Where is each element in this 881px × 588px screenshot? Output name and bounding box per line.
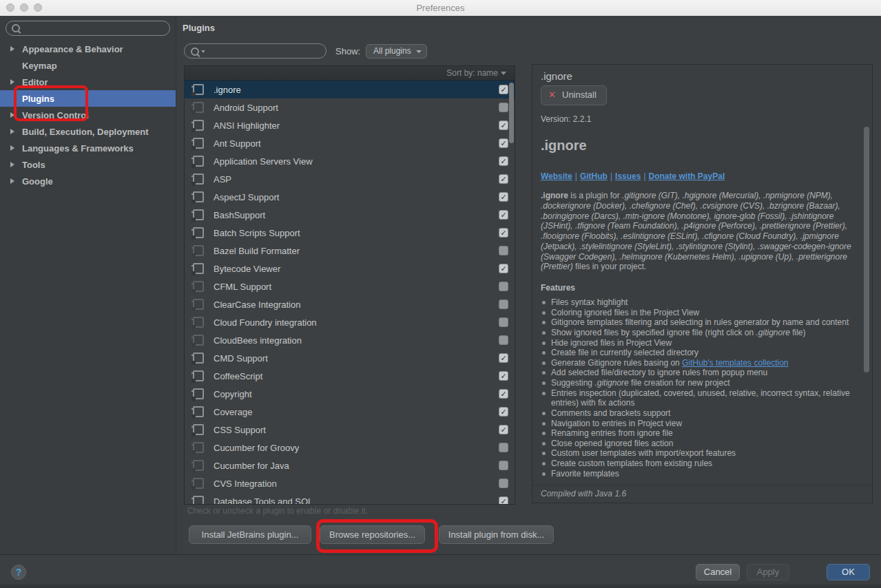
plugin-row-database-tools-and-sql[interactable]: Database Tools and SQL✓ (185, 492, 515, 505)
tree-collapsed-arrow-icon[interactable] (10, 79, 14, 85)
plugin-enabled-checkbox[interactable] (499, 103, 508, 112)
plugin-row-asp[interactable]: ASP✓ (185, 170, 515, 188)
search-options-arrow-icon[interactable] (201, 50, 205, 53)
install-plugin-from-disk-button[interactable]: Install plugin from disk... (439, 525, 554, 544)
plugin-row-ansi-highlighter[interactable]: ANSI Highlighter✓ (185, 116, 515, 134)
plugin-row-ant-support[interactable]: Ant Support✓ (185, 134, 515, 152)
plugin-enabled-checkbox[interactable]: ✓ (499, 138, 508, 148)
tree-collapsed-arrow-icon[interactable] (10, 129, 14, 134)
plugin-icon (193, 245, 204, 256)
sidebar-item-appearance-behavior[interactable]: Appearance & Behavior (0, 41, 176, 57)
plugin-row-batch-scripts-support[interactable]: Batch Scripts Support✓ (185, 224, 515, 242)
plugin-row-coffeescript[interactable]: CoffeeScript✓ (185, 367, 515, 385)
plugin-enabled-checkbox[interactable] (499, 317, 508, 327)
settings-sidebar: Appearance & BehaviorKeymapEditorPlugins… (0, 16, 176, 555)
plugin-enabled-checkbox[interactable]: ✓ (499, 210, 508, 220)
install-jetbrains-plugin-button[interactable]: Install JetBrains plugin... (189, 525, 311, 544)
plugin-enabled-checkbox[interactable]: ✓ (499, 353, 508, 363)
details-scrollbar[interactable] (864, 127, 869, 372)
plugin-name: ASP (214, 174, 231, 185)
plugin-enabled-checkbox[interactable]: ✓ (499, 389, 508, 399)
sidebar-item-google[interactable]: Google (0, 173, 176, 189)
plugin-row-bytecode-viewer[interactable]: Bytecode Viewer✓ (185, 260, 515, 277)
tree-collapsed-arrow-icon[interactable] (10, 178, 14, 184)
plugin-icon (193, 227, 204, 238)
plugin-row-application-servers-view[interactable]: Application Servers View✓ (185, 152, 515, 170)
plugin-icon (193, 478, 204, 489)
sidebar-item-label: Tools (22, 160, 45, 170)
plugin-icon (193, 209, 204, 220)
plugin-list-scrollbar[interactable] (509, 83, 514, 143)
plugin-enabled-checkbox[interactable]: ✓ (499, 407, 508, 417)
feature-item: Favorite templates (541, 469, 851, 479)
plugin-row-cvs-integration[interactable]: CVS Integration (185, 474, 515, 492)
plugin-enabled-checkbox[interactable]: ✓ (499, 85, 508, 94)
uninstall-button[interactable]: ✕ Uninstall (541, 85, 607, 105)
text-segment: Entries inspection (duplicated, covered,… (551, 388, 850, 408)
plugin-description: .ignore is a plugin for .gitignore (GIT)… (541, 191, 851, 272)
details-link-website[interactable]: Website (541, 171, 572, 181)
show-filter-dropdown[interactable]: All plugins (366, 44, 427, 59)
sidebar-item-version-control[interactable]: Version Control (0, 107, 176, 123)
plugin-row-clearcase-integration[interactable]: ClearCase Integration (185, 295, 515, 313)
plugin-row-cucumber-for-java[interactable]: Cucumber for Java (185, 456, 515, 474)
text-segment: .gitignore (594, 378, 628, 388)
plugin-row-cloud-foundry-integration[interactable]: Cloud Foundry integration (185, 313, 515, 331)
plugin-row-android-support[interactable]: Android Support (185, 98, 515, 116)
plugin-enabled-checkbox[interactable]: ✓ (499, 496, 508, 505)
plugin-icon (193, 174, 204, 185)
sidebar-item-tools[interactable]: Tools (0, 156, 176, 173)
plugin-enabled-checkbox[interactable]: ✓ (499, 371, 508, 381)
show-filter-value: All plugins (373, 46, 411, 56)
plugin-enabled-checkbox[interactable]: ✓ (499, 156, 508, 166)
sidebar-item-editor[interactable]: Editor (0, 74, 176, 90)
sidebar-item-keymap[interactable]: Keymap (0, 57, 176, 74)
plugin-enabled-checkbox[interactable] (499, 443, 508, 452)
help-button[interactable]: ? (11, 565, 26, 580)
plugin-row-css-support[interactable]: CSS Support✓ (185, 421, 515, 439)
tree-collapsed-arrow-icon[interactable] (10, 145, 14, 151)
plugin-row-cfml-support[interactable]: CFML Support (185, 277, 515, 295)
sidebar-item-plugins[interactable]: Plugins (0, 90, 176, 107)
plugin-enabled-checkbox[interactable]: ✓ (499, 120, 508, 130)
plugin-enabled-checkbox[interactable] (499, 300, 508, 309)
plugin-enabled-checkbox[interactable]: ✓ (499, 228, 508, 238)
plugin-row-aspectj-support[interactable]: AspectJ Support✓ (185, 188, 515, 206)
plugin-enabled-checkbox[interactable]: ✓ (499, 264, 508, 273)
plugin-row-cloudbees-integration[interactable]: CloudBees integration (185, 331, 515, 349)
plugin-description-area: .ignore Website|GitHub|Issues|Donate wit… (541, 128, 851, 485)
plugin-search-input[interactable] (184, 43, 327, 59)
plugin-enabled-checkbox[interactable]: ✓ (499, 425, 508, 434)
plugin-enabled-checkbox[interactable] (499, 461, 508, 470)
plugin-row-coverage[interactable]: Coverage✓ (185, 403, 515, 421)
sidebar-item-build-execution-deployment[interactable]: Build, Execution, Deployment (0, 123, 176, 140)
tree-collapsed-arrow-icon[interactable] (10, 46, 14, 52)
sidebar-item-languages-frameworks[interactable]: Languages & Frameworks (0, 140, 176, 156)
details-link-issues[interactable]: Issues (615, 171, 641, 181)
plugin-row-cmd-support[interactable]: CMD Support✓ (185, 349, 515, 367)
plugin-enabled-checkbox[interactable] (499, 282, 508, 291)
sidebar-search-input[interactable] (6, 21, 170, 36)
tree-collapsed-arrow-icon[interactable] (10, 162, 14, 167)
details-link-donate-with-paypal[interactable]: Donate with PayPal (649, 171, 725, 181)
browse-repositories-button[interactable]: Browse repositories... (320, 525, 425, 544)
plugin-enabled-checkbox[interactable]: ✓ (499, 192, 508, 202)
plugin-row-bazel-build-formatter[interactable]: Bazel Build Formatter (185, 242, 515, 260)
plugin-row-ignore[interactable]: .ignore✓ (185, 81, 515, 98)
plugin-enabled-checkbox[interactable]: ✓ (499, 174, 508, 184)
ok-button[interactable]: OK (827, 564, 870, 580)
plugin-enabled-checkbox[interactable] (499, 479, 508, 488)
sort-by-dropdown[interactable]: Sort by: name (446, 68, 498, 78)
plugin-icon (193, 406, 204, 417)
plugin-row-cucumber-for-groovy[interactable]: Cucumber for Groovy (185, 439, 515, 456)
plugin-row-bashsupport[interactable]: BashSupport✓ (185, 206, 515, 224)
tree-collapsed-arrow-icon[interactable] (10, 112, 14, 118)
text-segment: .gitignore (756, 328, 789, 337)
plugin-row-copyright[interactable]: Copyright✓ (185, 385, 515, 403)
plugin-enabled-checkbox[interactable] (499, 335, 508, 345)
apply-button[interactable]: Apply (747, 564, 789, 580)
cancel-button[interactable]: Cancel (696, 564, 740, 580)
plugin-enabled-checkbox[interactable] (499, 246, 508, 255)
details-link-github[interactable]: GitHub (580, 171, 608, 181)
inline-link-github-s-templates-collection[interactable]: GitHub's templates collection (682, 358, 788, 368)
